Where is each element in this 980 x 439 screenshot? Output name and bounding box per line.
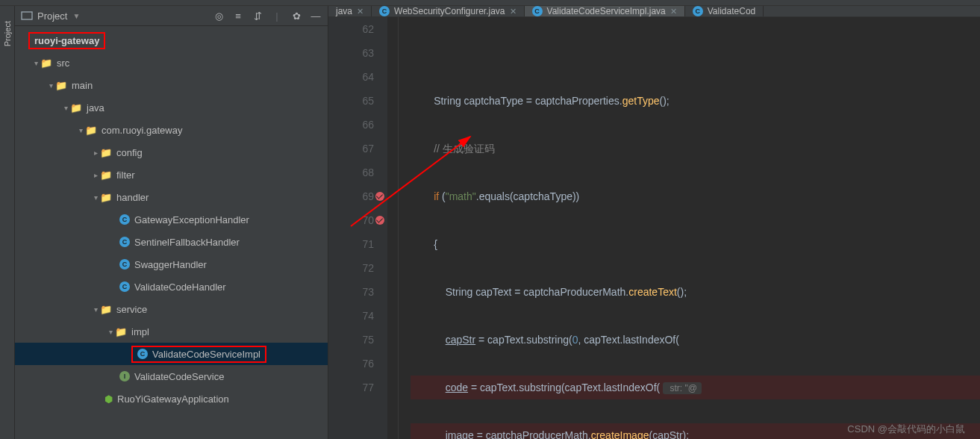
project-icon — [21, 10, 33, 22]
tree-filter[interactable]: ▸📁filter — [15, 164, 328, 186]
editor: java✕ CWebSecurityConfigurer.java✕ CVali… — [328, 6, 980, 439]
tab-java[interactable]: java✕ — [328, 6, 372, 16]
breadcrumb-bar — [0, 0, 980, 6]
locate-icon[interactable]: ◎ — [213, 10, 225, 22]
tree-class[interactable]: CValidateCodeHandler — [15, 275, 328, 298]
chevron-down-icon[interactable]: ▼ — [72, 12, 81, 20]
tree-config[interactable]: ▸📁config — [15, 141, 328, 164]
tab-websecurity[interactable]: CWebSecurityConfigurer.java✕ — [372, 6, 525, 16]
project-panel-header: Project ▼ ◎ ≡ ⇵ | ✿ — — [15, 6, 328, 26]
tab-validatecod[interactable]: CValidateCod — [685, 6, 764, 16]
tree-handler[interactable]: ▾📁handler — [15, 186, 328, 208]
project-panel: Project ▼ ◎ ≡ ⇵ | ✿ — ruoyi-gateway ▾📁sr… — [15, 6, 328, 439]
inlay-hint: str: "@ — [663, 382, 702, 394]
tab-validatecodeimpl[interactable]: CValidateCodeServiceImpl.java✕ — [525, 6, 685, 16]
breakpoint-icon[interactable] — [375, 216, 384, 225]
tree-class[interactable]: CSentinelFallbackHandler — [15, 231, 328, 253]
gear-icon[interactable]: ✿ — [290, 10, 302, 22]
project-tree: ruoyi-gateway ▾📁src ▾📁main ▾📁java ▾📁com.… — [15, 26, 328, 413]
project-title: Project — [37, 10, 67, 22]
tree-main[interactable]: ▾📁main — [15, 74, 328, 96]
tree-class[interactable]: CSwaggerHandler — [15, 253, 328, 275]
close-icon[interactable]: ✕ — [510, 7, 516, 16]
tree-impl-class[interactable]: CValidateCodeServiceImpl — [15, 343, 328, 365]
tree-java[interactable]: ▾📁java — [15, 96, 328, 119]
close-icon[interactable]: ✕ — [357, 7, 363, 16]
tool-window-tab[interactable]: Project — [0, 6, 15, 439]
breakpoint-icon[interactable] — [375, 192, 384, 201]
expand-all-icon[interactable]: ≡ — [232, 10, 244, 22]
svg-rect-0 — [22, 12, 32, 19]
close-icon[interactable]: ✕ — [670, 7, 677, 16]
code-text[interactable]: String captchaType = captchaProperties.g… — [388, 17, 980, 439]
tree-src[interactable]: ▾📁src — [15, 52, 328, 74]
divider: | — [271, 10, 283, 22]
editor-tabs: java✕ CWebSecurityConfigurer.java✕ CVali… — [328, 6, 980, 17]
tree-impl[interactable]: ▾📁impl — [15, 320, 328, 343]
tree-service[interactable]: ▾📁service — [15, 298, 328, 320]
collapse-all-icon[interactable]: ⇵ — [252, 10, 263, 22]
tree-class[interactable]: CGatewayExceptionHandler — [15, 208, 328, 231]
tree-module[interactable]: ruoyi-gateway — [15, 29, 328, 52]
code-area[interactable]: 62 63 64 65 66 67 68 69 70 71 72 73 74 7… — [328, 17, 980, 439]
watermark: CSDN @会敲代码的小白鼠 — [847, 423, 965, 436]
tree-spring-app[interactable]: ⬢RuoYiGatewayApplication — [15, 387, 328, 410]
hide-icon[interactable]: — — [310, 10, 322, 22]
tree-package[interactable]: ▾📁com.ruoyi.gateway — [15, 119, 328, 141]
tree-interface[interactable]: IValidateCodeService — [15, 365, 328, 387]
line-gutter: 62 63 64 65 66 67 68 69 70 71 72 73 74 7… — [328, 17, 388, 439]
